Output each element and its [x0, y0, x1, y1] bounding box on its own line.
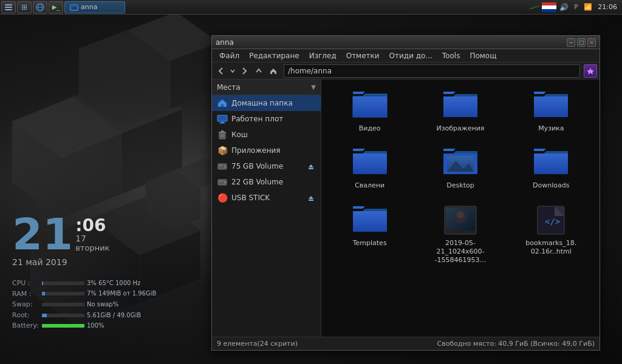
- svg-rect-50: [353, 153, 387, 174]
- cpu-value: 3% 65°C 1000 Hz: [87, 278, 140, 288]
- clock-seconds: 17: [75, 234, 109, 243]
- music-folder-label: Музика: [538, 124, 564, 133]
- fm-menu-file[interactable]: Файл: [214, 50, 244, 61]
- fm-up-button[interactable]: [252, 64, 265, 78]
- root-value: 5.61GiB / 49.0GiB: [87, 311, 141, 320]
- file-item-downloads[interactable]: Downloads: [509, 143, 593, 194]
- fm-close-button[interactable]: ×: [587, 38, 596, 47]
- root-stat-row: Root: 5.61GiB / 49.0GiB: [12, 310, 156, 321]
- anna-window-button[interactable]: anna: [64, 1, 125, 13]
- file-item-desktop-folder[interactable]: Desktop: [418, 143, 502, 194]
- ram-stat-row: RAM : 7% 149MiB от 1.96GiB: [12, 289, 156, 300]
- svg-point-61: [457, 211, 464, 218]
- fm-sidebar: Места ▼ Домашна папка: [212, 79, 321, 337]
- taskbar-right: 🔊 P 📶 21:06: [530, 2, 622, 12]
- svg-point-41: [224, 181, 226, 183]
- sidebar-usb-label: USB STICK: [231, 194, 302, 202]
- sidebar-item-home[interactable]: Домашна папка: [212, 95, 321, 111]
- fm-toolbar: /home/anna: [212, 62, 600, 79]
- volume-icon[interactable]: 🔊: [559, 2, 569, 12]
- apps-button[interactable]: ⊞: [17, 1, 32, 13]
- sidebar-header-text: Места: [217, 83, 241, 92]
- language-flag-icon[interactable]: [542, 2, 556, 12]
- fm-menu-tools[interactable]: Tools: [437, 50, 465, 61]
- taskbar-left: ⊞ ▶_ anna: [0, 1, 125, 13]
- fm-menu-view[interactable]: Изглед: [304, 50, 341, 61]
- battery-label: Battery:: [12, 320, 39, 331]
- svg-marker-44: [309, 196, 313, 199]
- fm-path-bar[interactable]: /home/anna: [284, 64, 580, 78]
- taskbar-clock[interactable]: 21:06: [595, 3, 620, 11]
- clock-day: вторник: [75, 244, 109, 252]
- clock-hour: 21: [12, 212, 73, 256]
- network-icon[interactable]: 📶: [583, 2, 593, 12]
- usb-eject-button[interactable]: [306, 193, 316, 203]
- fm-back-dropdown[interactable]: [229, 64, 236, 78]
- sidebar-item-apps[interactable]: 📦 Приложения: [212, 143, 321, 158]
- file-item-screenshot[interactable]: 2019-05-21_1024x600--1558461953…: [418, 200, 502, 269]
- sidebar-item-usb[interactable]: 🔴 USB STICK: [212, 190, 321, 206]
- fm-bookmark-icon[interactable]: [584, 64, 597, 78]
- templates-folder-icon: [350, 204, 389, 237]
- sidebar-item-vol75[interactable]: 75 GB Volume: [212, 158, 321, 174]
- file-item-templates[interactable]: Templates: [327, 200, 412, 269]
- fm-back-button[interactable]: [214, 64, 228, 78]
- vol75-icon: [217, 161, 228, 172]
- file-item-video[interactable]: Видео: [327, 86, 412, 136]
- desktop: ⊞ ▶_ anna: [0, 0, 622, 364]
- battery-value: 100%: [87, 321, 104, 331]
- clock-time-display: 21 :06 17 вторник: [12, 212, 109, 256]
- browser-button[interactable]: [33, 1, 47, 13]
- sidebar-item-vol22[interactable]: 22 GB Volume: [212, 174, 321, 190]
- svg-rect-49: [534, 96, 568, 117]
- fm-menu-go[interactable]: Отиди до...: [384, 50, 437, 61]
- file-item-downloads2[interactable]: Свалени: [327, 143, 412, 194]
- video-folder-label: Видео: [359, 124, 381, 133]
- fm-forward-button[interactable]: [238, 64, 251, 78]
- fm-statusbar: 9 елемента(24 скрити) Свободно място: 40…: [212, 337, 600, 350]
- desktop-folder-icon: [441, 146, 480, 179]
- fm-menu-bookmarks[interactable]: Отметки: [341, 50, 384, 61]
- ram-value: 7% 149MiB от 1.96GiB: [87, 289, 156, 298]
- svg-text:</>: </>: [545, 217, 560, 226]
- sidebar-desktop-label: Работен плот: [231, 115, 316, 123]
- file-item-images[interactable]: Изображения: [418, 86, 502, 136]
- fm-statusbar-free-space: Свободно място: 40,9 ГиБ (Всичко: 49,0 Г…: [437, 340, 595, 348]
- templates-folder-label: Templates: [353, 239, 387, 248]
- file-manager-window: anna − □ × Файл Редактиране Изглед Отмет…: [211, 35, 600, 351]
- fm-statusbar-items-count: 9 елемента(24 скрити): [217, 340, 298, 348]
- bookmarks-file-icon: </>: [531, 204, 570, 237]
- svg-rect-12: [5, 4, 12, 5]
- file-item-music[interactable]: Музика: [509, 86, 593, 136]
- svg-rect-25: [217, 115, 227, 121]
- fm-titlebar: anna − □ ×: [212, 36, 600, 49]
- desktop-clock-widget: 21 :06 17 вторник 21 май 2019: [12, 212, 109, 267]
- cpu-label: CPU :: [12, 278, 39, 289]
- vol75-eject-button[interactable]: [306, 161, 316, 171]
- video-folder-icon: [350, 89, 389, 122]
- menu-button[interactable]: [1, 1, 16, 13]
- fm-menu-help[interactable]: Помощ: [465, 50, 501, 61]
- screenshot-file-label: 2019-05-21_1024x600--1558461953…: [433, 239, 488, 265]
- desktop-sidebar-icon: [217, 113, 228, 124]
- fm-minimize-button[interactable]: −: [567, 38, 575, 47]
- svg-rect-13: [5, 7, 12, 8]
- file-item-bookmarks[interactable]: </> bookmarks_18.02.16r..html: [509, 200, 593, 269]
- sidebar-item-trash[interactable]: Кош: [212, 127, 321, 143]
- fm-home-button[interactable]: [267, 64, 280, 78]
- sidebar-collapse-arrow[interactable]: ▼: [311, 84, 316, 90]
- clock-right-panel: :06 17 вторник: [75, 212, 109, 252]
- fm-menu-edit[interactable]: Редактиране: [244, 50, 304, 61]
- fm-window-title: anna: [216, 38, 234, 47]
- root-bar: [42, 314, 47, 317]
- clock-date: 21 май 2019: [12, 257, 109, 267]
- fm-maximize-button[interactable]: □: [577, 38, 586, 47]
- svg-rect-22: [542, 9, 556, 12]
- screenshot-file-icon: [441, 204, 480, 237]
- terminal-button[interactable]: ▶_: [49, 1, 63, 13]
- sidebar-vol22-label: 22 GB Volume: [231, 178, 316, 186]
- svaleni-folder-label: Свалени: [355, 181, 384, 190]
- svg-marker-23: [587, 68, 594, 75]
- sidebar-item-desktop[interactable]: Работен плот: [212, 111, 321, 127]
- svg-rect-56: [353, 211, 387, 232]
